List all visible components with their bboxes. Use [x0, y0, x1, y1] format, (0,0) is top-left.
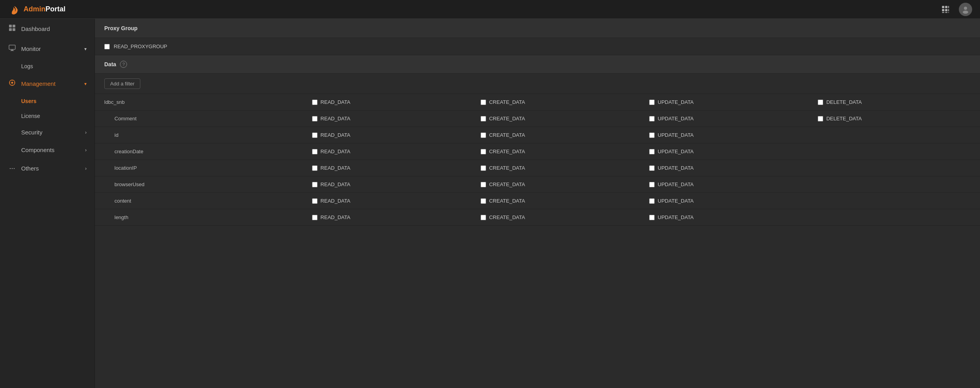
table-row: idREAD_DATACREATE_DATAUPDATE_DATA	[95, 127, 980, 143]
update_data-checkbox[interactable]	[649, 198, 655, 204]
perm-item: CREATE_DATA	[481, 99, 637, 105]
data-section-title: Data	[104, 61, 116, 67]
others-chevron-icon: ›	[85, 166, 87, 171]
update_data-checkbox[interactable]	[649, 182, 655, 187]
perm-cell-read_data: READ_DATA	[306, 160, 474, 176]
read-proxygroup-checkbox[interactable]	[104, 44, 110, 49]
perm-item: CREATE_DATA	[481, 181, 637, 187]
perm-cell-read_data: READ_DATA	[306, 176, 474, 193]
svg-rect-8	[945, 12, 947, 13]
topnav: AdminPortal	[0, 0, 980, 19]
create_data-checkbox[interactable]	[481, 215, 486, 220]
read_data-checkbox[interactable]	[312, 100, 318, 105]
update_data-checkbox[interactable]	[649, 165, 655, 171]
grid-icon[interactable]	[939, 3, 952, 16]
svg-rect-17	[11, 50, 13, 51]
perm-cell-read_data: READ_DATA	[306, 94, 474, 111]
delete_data-checkbox[interactable]	[818, 100, 823, 105]
components-label: Components	[21, 147, 54, 153]
update_data-checkbox[interactable]	[649, 149, 655, 154]
read_data-checkbox[interactable]	[312, 198, 318, 204]
sidebar-item-users[interactable]: Users	[0, 94, 94, 109]
sidebar-item-others[interactable]: ··· Others ›	[0, 159, 94, 178]
logs-label: Logs	[21, 63, 33, 69]
perm-cell-create_data: CREATE_DATA	[474, 176, 643, 193]
sidebar-item-components[interactable]: Components ›	[0, 141, 94, 159]
svg-rect-16	[9, 45, 15, 49]
delete_data-checkbox[interactable]	[818, 116, 823, 121]
perm-cell-update_data: UPDATE_DATA	[643, 209, 811, 226]
read_data-label: READ_DATA	[321, 214, 350, 220]
svg-rect-2	[945, 6, 947, 8]
read_data-checkbox[interactable]	[312, 116, 318, 121]
proxy-group-header: Proxy Group	[95, 19, 980, 38]
create_data-checkbox[interactable]	[481, 165, 486, 171]
perm-item: READ_DATA	[312, 198, 468, 204]
perm-item: UPDATE_DATA	[649, 198, 805, 204]
read_data-checkbox[interactable]	[312, 149, 318, 154]
read_data-checkbox[interactable]	[312, 132, 318, 138]
perm-cell-read_data: READ_DATA	[306, 111, 474, 127]
read_data-label: READ_DATA	[321, 149, 350, 154]
update_data-checkbox[interactable]	[649, 132, 655, 138]
perm-cell-delete_data	[811, 193, 980, 209]
svg-rect-4	[942, 9, 944, 11]
perm-item: UPDATE_DATA	[649, 214, 805, 220]
topnav-right	[939, 3, 972, 16]
row-name: creationDate	[95, 143, 306, 160]
update_data-label: UPDATE_DATA	[658, 181, 694, 187]
update_data-checkbox[interactable]	[649, 100, 655, 105]
create_data-label: CREATE_DATA	[489, 214, 525, 220]
table-row: lengthREAD_DATACREATE_DATAUPDATE_DATA	[95, 209, 980, 226]
main-layout: Dashboard Monitor ▾ Logs	[0, 19, 980, 388]
perm-item: CREATE_DATA	[481, 198, 637, 204]
help-icon[interactable]: ?	[120, 61, 127, 68]
perm-item: READ_DATA	[312, 181, 468, 187]
read_data-checkbox[interactable]	[312, 182, 318, 187]
perm-cell-create_data: CREATE_DATA	[474, 160, 643, 176]
perm-cell-delete_data	[811, 160, 980, 176]
perm-cell-create_data: CREATE_DATA	[474, 143, 643, 160]
read_data-label: READ_DATA	[321, 181, 350, 187]
read_data-checkbox[interactable]	[312, 165, 318, 171]
filter-row: Add a filter	[95, 74, 980, 94]
sidebar-item-license[interactable]: License	[0, 109, 94, 123]
sidebar-item-dashboard[interactable]: Dashboard	[0, 19, 94, 39]
sidebar-item-management[interactable]: Management ▾	[0, 74, 94, 94]
update_data-label: UPDATE_DATA	[658, 132, 694, 138]
update_data-checkbox[interactable]	[649, 116, 655, 121]
create_data-checkbox[interactable]	[481, 182, 486, 187]
create_data-checkbox[interactable]	[481, 100, 486, 105]
update_data-label: UPDATE_DATA	[658, 165, 694, 171]
table-row: ldbc_snbREAD_DATACREATE_DATAUPDATE_DATAD…	[95, 94, 980, 111]
perm-cell-delete_data: DELETE_DATA	[811, 94, 980, 111]
create_data-label: CREATE_DATA	[489, 116, 525, 121]
perm-item: READ_DATA	[312, 165, 468, 171]
row-name: content	[95, 193, 306, 209]
svg-rect-15	[13, 28, 15, 31]
create_data-label: CREATE_DATA	[489, 99, 525, 105]
read_data-checkbox[interactable]	[312, 215, 318, 220]
sidebar-item-monitor[interactable]: Monitor ▾	[0, 39, 94, 59]
perm-item: CREATE_DATA	[481, 149, 637, 154]
perm-item: UPDATE_DATA	[649, 116, 805, 121]
table-row: browserUsedREAD_DATACREATE_DATAUPDATE_DA…	[95, 176, 980, 193]
row-name: Comment	[95, 111, 306, 127]
create_data-checkbox[interactable]	[481, 198, 486, 204]
update_data-checkbox[interactable]	[649, 215, 655, 220]
create_data-checkbox[interactable]	[481, 132, 486, 138]
sidebar-item-logs[interactable]: Logs	[0, 59, 94, 74]
perm-cell-update_data: UPDATE_DATA	[643, 160, 811, 176]
add-filter-button[interactable]: Add a filter	[104, 78, 140, 89]
read_data-label: READ_DATA	[321, 132, 350, 138]
users-label: Users	[21, 98, 36, 104]
sidebar-item-security[interactable]: Security ›	[0, 123, 94, 141]
logo-icon	[8, 3, 20, 16]
svg-rect-5	[945, 9, 947, 11]
create_data-checkbox[interactable]	[481, 149, 486, 154]
perm-cell-create_data: CREATE_DATA	[474, 111, 643, 127]
perm-item: UPDATE_DATA	[649, 132, 805, 138]
create_data-checkbox[interactable]	[481, 116, 486, 121]
svg-rect-6	[948, 9, 949, 11]
user-avatar[interactable]	[959, 3, 972, 16]
